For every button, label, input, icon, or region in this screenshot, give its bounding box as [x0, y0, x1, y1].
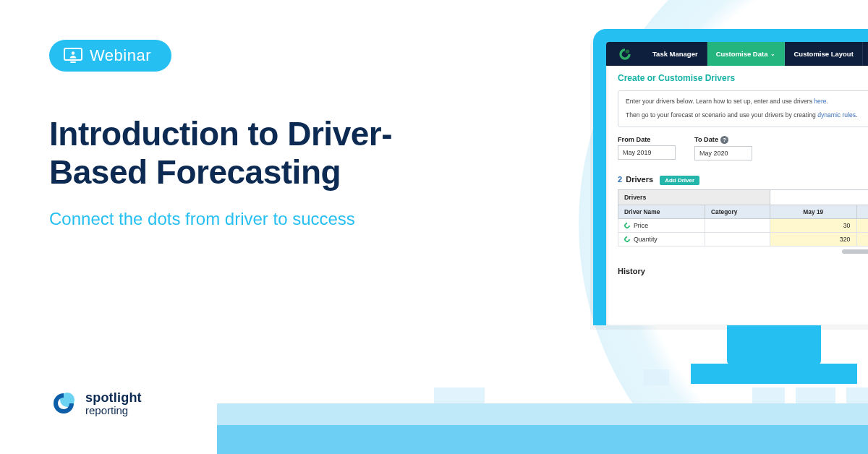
monitor-base: [691, 364, 857, 384]
chevron-down-icon: ⌄: [770, 51, 775, 57]
webinar-badge-text: Webinar: [90, 46, 151, 65]
desk-decor: [846, 387, 868, 403]
cell-value[interactable]: 320: [856, 232, 868, 246]
info-text: .: [856, 111, 857, 119]
table-row[interactable]: Quantity 320 320: [618, 232, 869, 246]
monitor-stand: [727, 325, 821, 365]
tab-label: Task Manager: [652, 50, 698, 58]
tab-customise-data[interactable]: Customise Data⌄: [707, 42, 786, 66]
app-screen: Task Manager Customise Data⌄ Customise L…: [606, 42, 868, 325]
history-heading: History: [618, 267, 868, 275]
from-date-input[interactable]: [618, 145, 676, 160]
cell-value[interactable]: 30: [856, 218, 868, 232]
desk-decor: [434, 387, 485, 403]
tab-label: Customise Data: [716, 50, 768, 58]
desk-illustration: [217, 403, 868, 454]
col-month: Jun 19: [856, 205, 868, 218]
svg-point-4: [626, 49, 630, 53]
tab-task-manager[interactable]: Task Manager: [644, 42, 707, 66]
info-link-dynamic-rules[interactable]: dynamic rules: [817, 111, 856, 119]
to-date-label: To Date?: [694, 136, 752, 144]
col-driver-name: Driver Name: [618, 205, 705, 218]
cell-driver-name: Price: [634, 222, 648, 229]
svg-point-1: [72, 51, 75, 54]
app-logo-icon: [606, 42, 644, 66]
monitor: Task Manager Customise Data⌄ Customise L…: [593, 29, 868, 385]
cell-driver-name: Quantity: [634, 236, 658, 243]
help-icon[interactable]: ?: [720, 136, 728, 144]
driver-row-icon: [623, 222, 631, 230]
promo-subtitle: Connect the dots from driver to success: [49, 207, 396, 231]
svg-rect-2: [70, 61, 76, 63]
info-text: Enter your drivers below. Learn how to s…: [626, 98, 814, 105]
table-group-header: Drivers: [618, 189, 770, 205]
drivers-label: Drivers: [626, 175, 653, 184]
to-date-input[interactable]: [694, 146, 752, 160]
spotlight-logo-icon: [49, 389, 78, 418]
tab-label: Customise Layout: [793, 50, 853, 58]
brand-logo: spotlight reporting: [49, 389, 142, 418]
info-panel: Enter your drivers below. Learn how to s…: [618, 90, 868, 127]
desk-decor: [796, 387, 835, 403]
drivers-table: Drivers Driver Name Category May 19 Jun …: [618, 189, 868, 247]
brand-name-line2: reporting: [85, 405, 142, 416]
app-nav: Task Manager Customise Data⌄ Customise L…: [606, 42, 868, 66]
info-text: Then go to your forecast or scenario and…: [626, 111, 817, 119]
page-title: Create or Customise Drivers: [618, 73, 868, 83]
brand-name-line1: spotlight: [85, 391, 142, 405]
add-driver-button[interactable]: Add Driver: [660, 176, 699, 185]
cell-category[interactable]: [705, 232, 770, 246]
webinar-badge: Webinar: [49, 40, 171, 72]
col-category: Category: [705, 205, 770, 218]
driver-row-icon: [623, 236, 631, 244]
webinar-icon: [64, 48, 82, 64]
drivers-count: 2: [618, 175, 622, 184]
col-month: May 19: [770, 205, 856, 218]
horizontal-scrollbar[interactable]: [842, 249, 868, 254]
cell-value[interactable]: 320: [770, 232, 856, 246]
tab-customise-layout[interactable]: Customise Layout: [785, 42, 862, 66]
info-link-here[interactable]: here: [814, 98, 826, 105]
promo-title: Introduction to Driver-Based Forecasting: [49, 115, 396, 192]
tab-preview[interactable]: Preview: [863, 42, 868, 66]
cell-category[interactable]: [705, 218, 770, 232]
info-text: .: [827, 98, 828, 105]
desk-decor: [752, 387, 785, 403]
table-row[interactable]: Price 30 30: [618, 218, 869, 232]
drivers-heading: 2 Drivers Add Driver: [618, 175, 868, 185]
cell-value[interactable]: 30: [770, 218, 856, 232]
from-date-label: From Date: [618, 136, 676, 143]
